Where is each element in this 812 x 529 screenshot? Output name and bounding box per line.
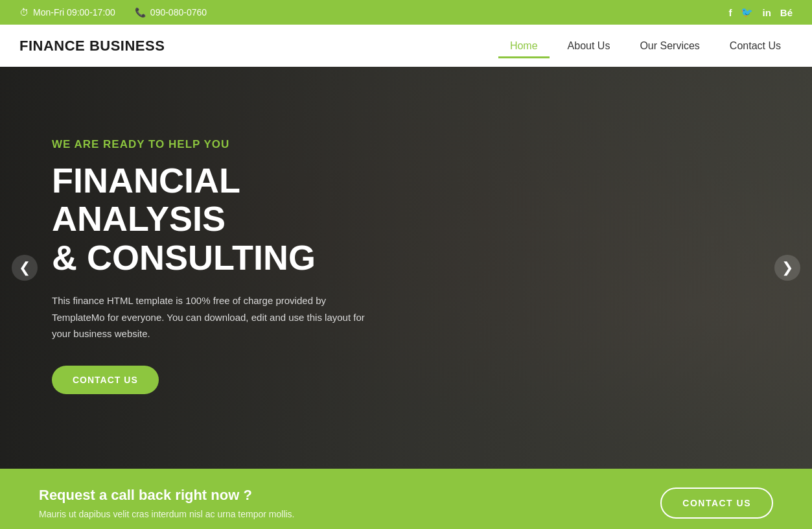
cta-contact-button[interactable]: CONTACT US	[660, 488, 773, 519]
hero-section: ❮ WE ARE READY TO HELP YOU FINANCIAL ANA…	[0, 67, 812, 469]
nav-item-home[interactable]: Home	[498, 34, 550, 58]
linkedin-icon[interactable]: in	[762, 7, 771, 18]
facebook-icon[interactable]: f	[728, 7, 732, 18]
brand-logo: FINANCE BUSINESS	[19, 38, 165, 54]
hours-info: ⏱ Mon-Fri 09:00-17:00	[19, 7, 115, 18]
phone-icon: 📞	[135, 7, 146, 18]
nav-item-contact[interactable]: Contact Us	[718, 34, 793, 58]
hours-label: Mon-Fri 09:00-17:00	[33, 7, 115, 18]
top-bar: ⏱ Mon-Fri 09:00-17:00 📞 090-080-0760 f 🐦…	[0, 0, 812, 25]
arrow-left-icon: ❮	[19, 259, 30, 276]
navbar: FINANCE BUSINESS Home About Us Our Servi…	[0, 25, 812, 67]
nav-link-home[interactable]: Home	[498, 34, 550, 58]
twitter-icon[interactable]: 🐦	[741, 6, 753, 18]
clock-icon: ⏱	[19, 7, 29, 18]
nav-link-contact[interactable]: Contact Us	[718, 34, 793, 58]
phone-info: 📞 090-080-0760	[135, 7, 207, 18]
hero-description: This finance HTML template is 100% free …	[52, 292, 376, 342]
nav-item-about[interactable]: About Us	[556, 34, 622, 58]
social-icons: f 🐦 in Bé	[728, 6, 793, 18]
cta-text-block: Request a call back right now ? Mauris u…	[39, 487, 295, 519]
carousel-prev-button[interactable]: ❮	[12, 255, 38, 281]
cta-description: Mauris ut dapibus velit cras interdum ni…	[39, 509, 295, 519]
nav-link-about[interactable]: About Us	[556, 34, 622, 58]
cta-bar: Request a call back right now ? Mauris u…	[0, 469, 812, 529]
carousel-next-button[interactable]: ❯	[774, 255, 800, 281]
cta-title: Request a call back right now ?	[39, 487, 295, 504]
phone-label: 090-080-0760	[150, 7, 207, 18]
behance-icon[interactable]: Bé	[780, 7, 793, 18]
nav-link-services[interactable]: Our Services	[628, 34, 711, 58]
hero-title-line2: & CONSULTING	[52, 238, 316, 277]
hero-subtitle: WE ARE READY TO HELP YOU	[52, 138, 408, 151]
nav-item-services[interactable]: Our Services	[628, 34, 711, 58]
nav-links: Home About Us Our Services Contact Us	[498, 34, 793, 58]
top-bar-left: ⏱ Mon-Fri 09:00-17:00 📞 090-080-0760	[19, 7, 207, 18]
hero-contact-button[interactable]: CONTACT US	[52, 366, 159, 394]
hero-title-line1: FINANCIAL ANALYSIS	[52, 161, 240, 238]
arrow-right-icon: ❯	[782, 259, 793, 276]
hero-title: FINANCIAL ANALYSIS & CONSULTING	[52, 161, 408, 277]
hero-content: WE ARE READY TO HELP YOU FINANCIAL ANALY…	[0, 67, 428, 394]
